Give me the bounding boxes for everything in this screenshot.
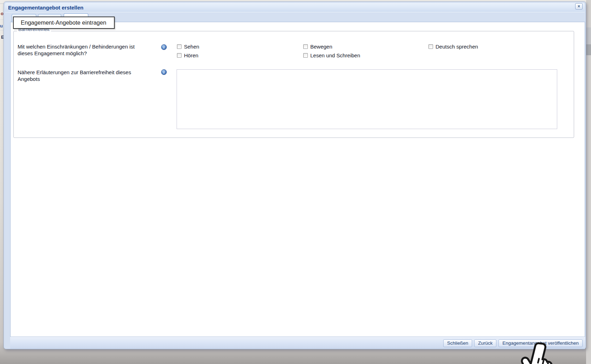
checkbox-label: Lesen und Schreiben [310,52,360,58]
checkbox-row-sehen[interactable]: Sehen [177,44,199,50]
checkbox-bewegen[interactable] [303,44,308,49]
checkbox-label: Deutsch sprechen [436,44,478,50]
checkbox-deutsch-sprechen[interactable] [428,44,433,49]
checkbox-sehen[interactable] [177,44,182,49]
tooltip: Engagement-Angebote eintragen [13,17,115,29]
close-button[interactable]: Schließen [443,339,472,347]
info-icon[interactable]: i [161,69,167,75]
dialog-title: Engagementangebot erstellen [8,5,83,11]
background-text-fragment: u [0,23,3,28]
checkbox-label: Hören [184,52,198,58]
checkbox-row-bewegen[interactable]: Bewegen [303,44,332,50]
dialog-titlebar: Engagementangebot erstellen [5,3,585,12]
checkbox-lesen-und-schreiben[interactable] [303,53,308,58]
background-divider [0,4,4,4]
background-row-band [586,27,591,44]
back-button[interactable]: Zurück [474,339,496,347]
background-text-fragment: o [1,11,4,16]
close-icon[interactable]: × [575,3,583,9]
checkbox-row-deutsch-sprechen[interactable]: Deutsch sprechen [428,44,478,50]
background-row-band [586,44,591,55]
screen: { "window": { "title": "Engagementangebo… [0,0,591,364]
checkbox-row-lesen-und-schreiben[interactable]: Lesen und Schreiben [303,52,360,58]
checkbox-label: Bewegen [310,44,332,50]
restrictions-question-label: Mit welchen Einschränkungen / Behinderun… [18,43,151,57]
checkbox-hoeren[interactable] [177,53,182,58]
info-icon[interactable]: i [161,44,167,50]
explanation-question-label: Nähere Erläuterungen zur Barrierefreihei… [18,69,151,82]
checkbox-label: Sehen [184,44,199,50]
checkbox-row-hoeren[interactable]: Hören [177,52,198,58]
tooltip-text: Engagement-Angebote eintragen [21,19,106,26]
dialog-footer-toolbar: Schließen Zurück Engagementangebot veröf… [10,337,585,349]
background-divider [0,19,4,20]
accessibility-explanation-textarea[interactable] [177,69,557,129]
background-divider [0,30,4,31]
